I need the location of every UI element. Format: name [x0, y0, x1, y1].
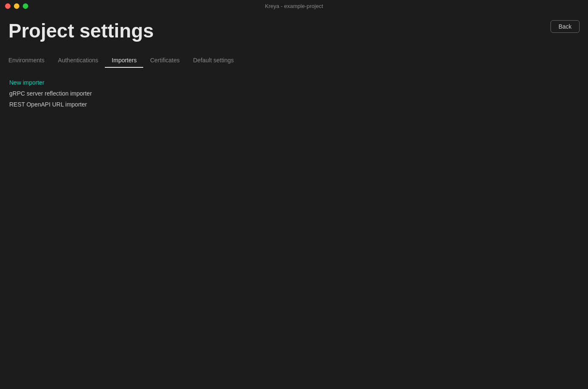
tab-certificates[interactable]: Certificates	[143, 53, 186, 68]
importer-item-rest[interactable]: REST OpenAPI URL importer	[9, 100, 580, 109]
minimize-button[interactable]	[14, 3, 19, 9]
tab-environments[interactable]: Environments	[8, 53, 51, 68]
tab-importers[interactable]: Importers	[105, 53, 143, 68]
titlebar: Kreya - example-project	[0, 0, 588, 12]
titlebar-buttons	[5, 3, 28, 9]
maximize-button[interactable]	[23, 3, 28, 9]
page-title: Project settings	[8, 20, 580, 42]
tab-authentications[interactable]: Authentications	[51, 53, 105, 68]
tab-default-settings[interactable]: Default settings	[186, 53, 241, 68]
close-button[interactable]	[5, 3, 11, 9]
back-button[interactable]: Back	[551, 20, 580, 33]
window-title: Kreya - example-project	[265, 3, 323, 9]
main-content: Back Project settings Environments Authe…	[0, 12, 588, 109]
tabs-container: Environments Authentications Importers C…	[8, 53, 580, 68]
importer-item-grpc[interactable]: gRPC server reflection importer	[9, 89, 580, 98]
importer-list: New importer gRPC server reflection impo…	[9, 78, 580, 109]
new-importer-link[interactable]: New importer	[9, 78, 580, 87]
